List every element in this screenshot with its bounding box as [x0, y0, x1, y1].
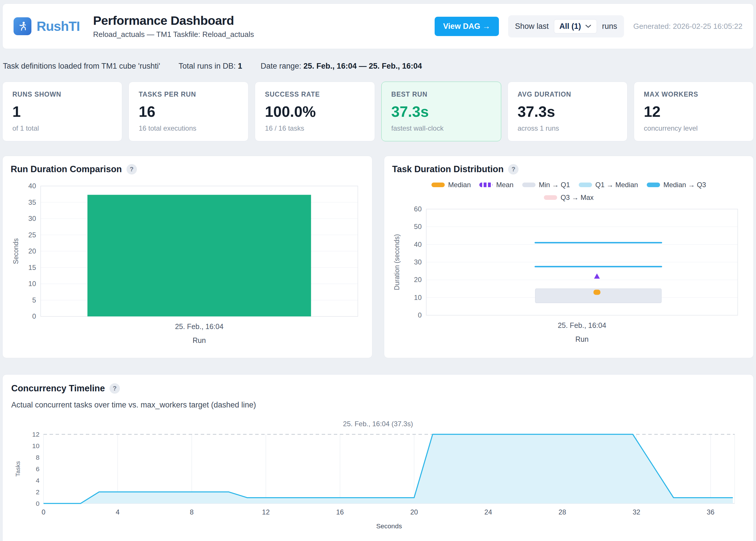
legend-item: Median → Q3: [647, 181, 706, 189]
meta-row: Task definitions loaded from TM1 cube 'r…: [3, 62, 753, 71]
show-last-control: Show last All (1) runs: [508, 15, 624, 38]
svg-text:60: 60: [414, 205, 422, 213]
legend-label: Median: [448, 181, 471, 189]
legend-item: Q3 → Max: [544, 194, 594, 202]
runs-select[interactable]: All (1): [554, 19, 597, 33]
stat-card-max-workers: MAX WORKERS 12 concurrency level: [634, 82, 754, 141]
stat-card-runs-shown: RUNS SHOWN 1 of 1 total: [2, 82, 122, 141]
logo-wordmark: RushTI: [37, 18, 80, 34]
svg-text:16: 16: [336, 508, 344, 516]
stat-sub: of 1 total: [12, 124, 112, 132]
title-block: Performance Dashboard Reload_actuals — T…: [93, 14, 254, 39]
page-title: Performance Dashboard: [93, 14, 254, 28]
legend-swatch: [647, 183, 660, 187]
legend-item: Min → Q1: [522, 181, 570, 189]
run-duration-card: Run Duration Comparison ? 05101520253035…: [2, 156, 373, 358]
svg-text:0: 0: [32, 312, 36, 320]
legend-item: Q1 → Median: [579, 181, 638, 189]
stat-value: 37.3s: [518, 103, 618, 120]
svg-text:20: 20: [414, 276, 422, 283]
charts-row: Run Duration Comparison ? 05101520253035…: [2, 156, 754, 358]
legend-item: Median: [431, 181, 471, 189]
legend-label: Mean: [496, 181, 513, 189]
total-runs-value: 1: [238, 62, 242, 70]
legend-label: Median → Q3: [663, 181, 706, 189]
stat-sub: fastest wall-clock: [391, 124, 491, 132]
stat-value: 37.3s: [391, 103, 491, 120]
stat-label: RUNS SHOWN: [12, 91, 112, 98]
runs-select-value: All (1): [560, 22, 581, 31]
legend-swatch: [579, 183, 592, 187]
task-distribution-title: Task Duration Distribution: [392, 164, 504, 175]
svg-text:10: 10: [28, 280, 36, 287]
legend-item: Mean: [479, 181, 513, 189]
stat-card-success-rate: SUCCESS RATE 100.0% 16 / 16 tasks: [255, 82, 375, 141]
svg-text:12: 12: [262, 508, 270, 516]
concurrency-title: Concurrency Timeline: [11, 383, 105, 394]
legend-label: Q3 → Max: [561, 194, 594, 202]
task-distribution-chart: 010203040506025. Feb., 16:04RunDuration …: [392, 205, 746, 351]
svg-text:12: 12: [32, 430, 40, 438]
stat-sub: 16 total executions: [138, 124, 238, 132]
generated-timestamp: Generated: 2026-02-25 16:05:22: [633, 22, 742, 31]
cube-source-text: Task definitions loaded from TM1 cube 'r…: [3, 62, 160, 71]
task-distribution-card: Task Duration Distribution ? MedianMeanM…: [384, 156, 754, 358]
svg-text:10: 10: [32, 442, 40, 450]
svg-text:32: 32: [632, 508, 640, 516]
svg-text:25: 25: [28, 231, 36, 239]
date-range-label: Date range:: [261, 62, 301, 70]
runner-icon: [17, 21, 28, 32]
stat-value: 1: [12, 103, 112, 120]
legend-label: Min → Q1: [539, 181, 570, 189]
show-last-label: Show last: [515, 22, 549, 31]
dashboard-page: RushTI Performance Dashboard Reload_actu…: [0, 0, 756, 541]
svg-text:Seconds: Seconds: [376, 522, 402, 530]
stat-card-tasks-per-run: TASKS PER RUN 16 16 total executions: [128, 82, 248, 141]
svg-text:Run: Run: [192, 336, 206, 344]
run-duration-title: Run Duration Comparison: [11, 164, 122, 175]
svg-text:10: 10: [414, 293, 422, 301]
rushti-logo: RushTI: [14, 17, 80, 35]
svg-text:0: 0: [42, 508, 45, 516]
date-range: Date range: 25. Feb., 16:04 — 25. Feb., …: [261, 62, 422, 71]
run-annotation: 25. Feb., 16:04 (37.3s): [11, 420, 745, 428]
distribution-legend: MedianMeanMin → Q1Q1 → MedianMedian → Q3…: [410, 181, 727, 202]
stat-card-best-run: BEST RUN 37.3s fastest wall-clock: [381, 82, 501, 141]
date-range-value: 25. Feb., 16:04 — 25. Feb., 16:04: [304, 62, 422, 70]
runs-suffix: runs: [602, 22, 618, 31]
legend-swatch: [479, 183, 493, 187]
stat-sub: 16 / 16 tasks: [265, 124, 365, 132]
run-duration-chart: 051015202530354025. Feb., 16:04RunSecond…: [11, 182, 364, 353]
svg-text:0: 0: [418, 311, 421, 319]
help-icon[interactable]: ?: [508, 164, 519, 175]
svg-text:35: 35: [28, 199, 36, 206]
stat-value: 100.0%: [265, 103, 365, 120]
stat-label: SUCCESS RATE: [265, 91, 365, 98]
concurrency-chart: 04812162024283236024681012TasksSeconds: [11, 430, 745, 540]
stat-value: 16: [138, 103, 238, 120]
legend-label: Q1 → Median: [596, 181, 638, 189]
stat-label: MAX WORKERS: [644, 91, 744, 98]
help-icon[interactable]: ?: [110, 383, 120, 394]
svg-text:6: 6: [36, 465, 40, 473]
svg-text:15: 15: [28, 264, 36, 271]
concurrency-card: Concurrency Timeline ? Actual concurrent…: [2, 374, 754, 541]
help-icon[interactable]: ?: [126, 164, 137, 175]
svg-text:30: 30: [28, 215, 36, 222]
svg-text:8: 8: [190, 508, 194, 516]
header: RushTI Performance Dashboard Reload_actu…: [2, 3, 754, 49]
svg-text:36: 36: [707, 508, 714, 516]
view-dag-button[interactable]: View DAG →: [435, 17, 499, 36]
stat-sub: concurrency level: [644, 124, 744, 132]
svg-text:2: 2: [36, 488, 40, 496]
legend-swatch: [431, 183, 445, 187]
svg-text:28: 28: [559, 508, 566, 516]
concurrency-subtitle: Actual concurrent tasks over time vs. ma…: [11, 400, 745, 409]
svg-text:5: 5: [32, 296, 36, 304]
svg-text:0: 0: [36, 500, 40, 507]
svg-text:Run: Run: [575, 335, 589, 343]
total-runs-label: Total runs in DB:: [179, 62, 236, 70]
svg-text:4: 4: [36, 477, 40, 484]
rushti-logo-icon: [14, 17, 31, 35]
svg-text:40: 40: [414, 241, 422, 248]
